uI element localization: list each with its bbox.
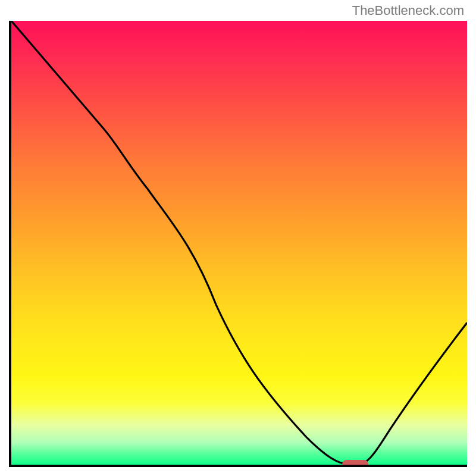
bottleneck-curve-path (11, 21, 467, 464)
bottleneck-chart (6, 6, 470, 470)
plot-area (9, 21, 467, 467)
optimal-marker (342, 460, 368, 467)
curve-svg (11, 21, 467, 465)
